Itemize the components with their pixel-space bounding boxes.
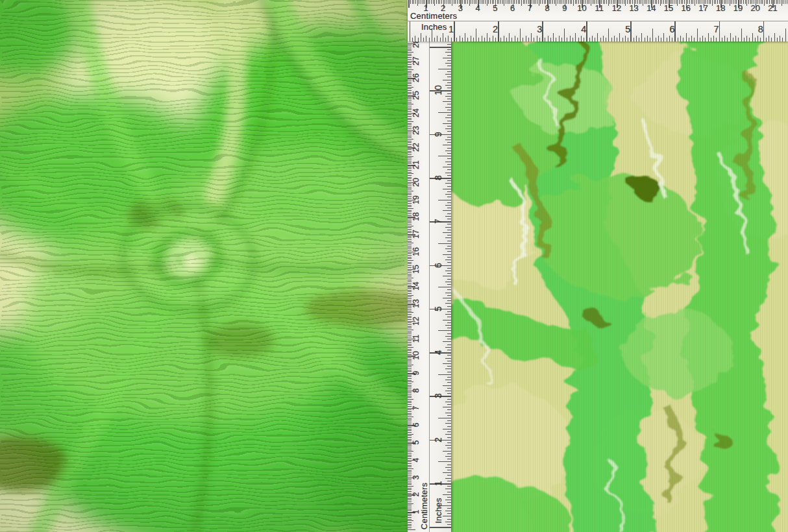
inch-tick-vertical: [443, 276, 451, 276]
inch-tick-vertical: [445, 96, 451, 97]
inch-tick-vertical: [447, 486, 451, 487]
inch-tick: [735, 36, 736, 42]
inch-tick-vertical: [447, 519, 451, 520]
inch-tick: [412, 38, 413, 42]
inch-tick: [625, 36, 626, 42]
inch-tick: [570, 36, 571, 42]
inch-tick: [722, 38, 722, 42]
inch-tick-vertical: [447, 208, 451, 208]
inch-tick-vertical: [447, 224, 451, 224]
inch-tick-vertical: [443, 80, 451, 80]
inch-tick: [622, 38, 623, 42]
inch-tick-vertical: [443, 58, 451, 58]
inch-tick-vertical: [445, 500, 451, 500]
inch-tick-vertical: [447, 317, 451, 317]
inch-tick: [426, 36, 426, 42]
inch-tick-vertical: [447, 415, 451, 416]
inch-tick-vertical: [447, 470, 451, 470]
inch-tick-vertical: [445, 173, 451, 173]
inch-tick-vertical: [445, 325, 451, 326]
inch-number: 3: [532, 25, 547, 34]
inch-tick: [771, 38, 772, 42]
inch-tick: [489, 38, 490, 42]
inch-tick: [545, 38, 545, 42]
inch-tick-vertical: [445, 128, 451, 129]
inch-tick-vertical: [447, 481, 451, 481]
inch-tick-vertical: [438, 200, 451, 200]
inch-tick-vertical: [445, 402, 451, 402]
inch-tick-vertical: [443, 210, 451, 211]
inch-tick-vertical: [447, 164, 451, 165]
inch-tick-vertical: [445, 183, 451, 184]
inch-tick-vertical: [447, 251, 451, 252]
inch-tick-vertical: [438, 156, 451, 156]
inch-tick: [658, 36, 659, 42]
inch-tick-vertical: [443, 407, 451, 407]
inch-tick-vertical: [445, 413, 451, 413]
inch-tick: [727, 38, 728, 42]
inch-tick-vertical: [438, 461, 451, 462]
inch-tick-vertical: [443, 472, 451, 473]
inch-tick-vertical: [447, 49, 451, 50]
inch-tick-vertical: [447, 508, 451, 509]
inch-tick-vertical: [443, 451, 451, 452]
inch-tick: [777, 38, 778, 42]
inch-tick-vertical: [447, 115, 451, 115]
inch-tick-vertical: [447, 262, 451, 263]
inch-tick-vertical: [447, 137, 451, 138]
inch-tick: [410, 21, 411, 42]
inch-tick-vertical: [443, 363, 451, 364]
inch-tick-vertical: [447, 322, 451, 323]
inch-tick: [645, 38, 645, 42]
inch-tick-vertical: [447, 366, 451, 367]
fabric-swirl-art: [0, 0, 408, 532]
inch-tick: [752, 33, 753, 42]
inch-number-vertical: 7: [434, 219, 443, 224]
inch-tick: [509, 33, 510, 42]
inch-number: 1: [443, 25, 459, 34]
inch-tick-vertical: [447, 345, 451, 345]
inch-tick: [493, 36, 493, 42]
inch-tick: [749, 38, 750, 42]
inch-tick-vertical: [447, 404, 451, 405]
inch-tick: [517, 38, 518, 42]
inch-tick-vertical: [445, 456, 451, 457]
inch-tick: [534, 38, 534, 42]
inch-tick-vertical: [445, 391, 451, 391]
inch-tick-vertical: [447, 241, 451, 241]
inch-tick: [733, 38, 733, 42]
inch-tick: [573, 38, 573, 42]
inch-number: 7: [709, 25, 724, 34]
inch-tick: [634, 38, 634, 42]
inch-tick-vertical: [445, 52, 451, 53]
inch-tick-vertical: [438, 505, 451, 506]
fabric-flat-swatch: [451, 42, 788, 532]
inch-tick-vertical: [447, 55, 451, 56]
inch-tick: [663, 33, 664, 42]
inch-tick-vertical: [430, 527, 452, 528]
inch-tick-vertical: [438, 418, 451, 418]
inch-tick: [641, 33, 642, 42]
inch-tick: [746, 36, 747, 42]
inch-tick: [774, 33, 775, 42]
inch-tick-vertical: [447, 257, 451, 258]
inch-tick: [418, 38, 419, 42]
inch-tick: [708, 33, 709, 42]
inch-tick-vertical: [438, 374, 451, 375]
inch-tick-vertical: [438, 287, 451, 287]
inch-tick-vertical: [447, 442, 451, 443]
inch-tick: [606, 38, 606, 42]
inch-tick-vertical: [443, 385, 451, 386]
inch-tick: [741, 29, 742, 42]
inch-tick-vertical: [443, 167, 451, 167]
inch-tick-vertical: [447, 202, 451, 203]
inch-tick: [462, 38, 463, 42]
inch-tick-vertical: [445, 336, 451, 337]
inch-tick-vertical: [447, 44, 451, 45]
inch-tick-vertical: [447, 459, 451, 459]
inch-tick-vertical: [447, 300, 451, 301]
inch-tick: [482, 36, 482, 42]
inch-tick-vertical: [447, 142, 451, 143]
inch-tick: [478, 38, 479, 42]
inch-tick: [652, 29, 653, 42]
